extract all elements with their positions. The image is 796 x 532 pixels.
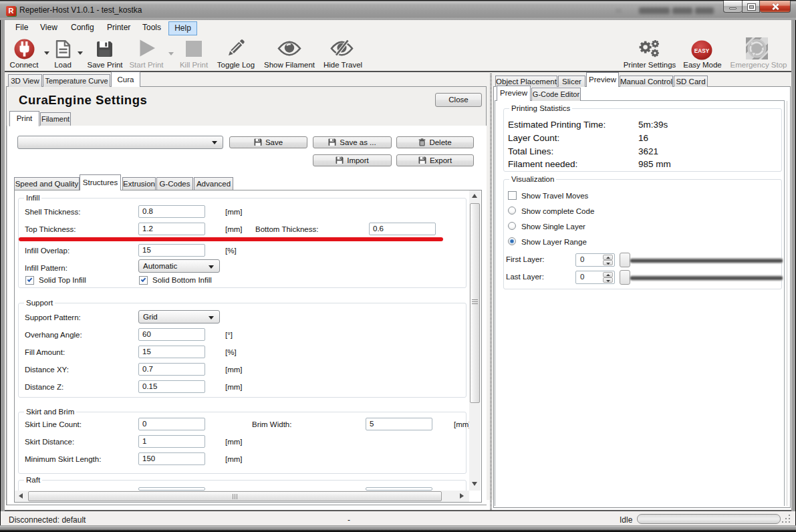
svg-text:EASY: EASY xyxy=(694,48,710,54)
